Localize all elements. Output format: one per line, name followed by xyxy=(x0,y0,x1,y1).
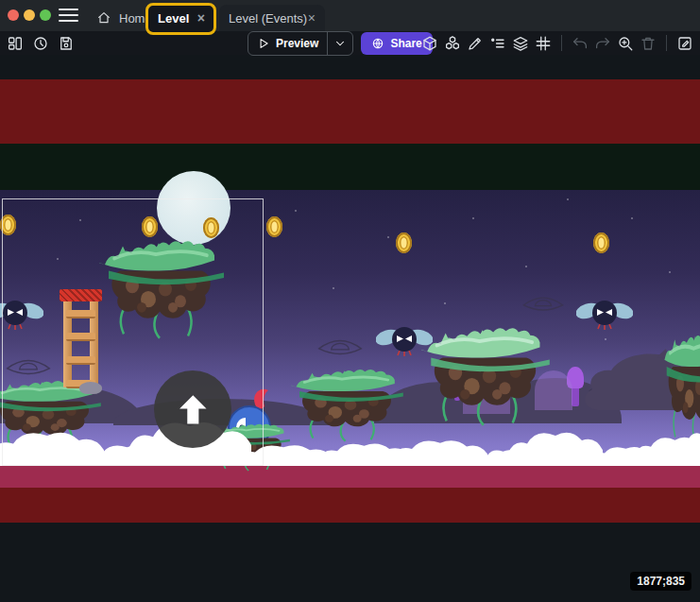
coin-part xyxy=(597,236,606,249)
star xyxy=(387,236,389,238)
eye-outline[interactable] xyxy=(2,355,55,380)
share-label: Share xyxy=(390,37,421,50)
platform-top-part xyxy=(99,240,231,342)
close-tab-icon[interactable]: × xyxy=(197,11,205,25)
jump-button[interactable] xyxy=(154,370,231,448)
coin[interactable] xyxy=(266,216,282,237)
toolbar: Preview Share xyxy=(0,31,700,55)
chevron-down-icon xyxy=(333,37,347,50)
cloud[interactable] xyxy=(236,441,331,466)
cloud-part xyxy=(236,445,331,466)
cloud[interactable] xyxy=(674,426,700,466)
eye-outline[interactable] xyxy=(314,335,367,360)
app-window: Home Level × Level (Events) × Previ xyxy=(0,0,700,602)
eye-outline-part xyxy=(8,361,50,374)
tab-level-events[interactable]: Level (Events) × xyxy=(219,5,325,31)
platform-selected-part xyxy=(421,327,557,429)
history-icon[interactable] xyxy=(32,35,49,52)
save-icon[interactable] xyxy=(58,35,75,52)
ladder-part xyxy=(66,356,95,365)
trash-icon[interactable] xyxy=(640,35,657,52)
platform-top[interactable] xyxy=(99,240,231,342)
undo-icon[interactable] xyxy=(572,35,589,52)
bat-enemy-part xyxy=(576,293,633,335)
cloud-part xyxy=(236,441,331,466)
toolbar-divider xyxy=(666,35,667,51)
eye-outline[interactable] xyxy=(517,293,570,316)
close-window-button[interactable] xyxy=(8,9,19,21)
eye-outline-part xyxy=(319,341,362,354)
coin-part xyxy=(207,221,215,234)
coin[interactable] xyxy=(142,216,158,237)
cloud-part xyxy=(674,426,700,466)
platform-selected[interactable] xyxy=(421,327,557,429)
platform-top-part xyxy=(168,302,178,313)
dark-strip xyxy=(0,144,700,190)
eye-outline-part xyxy=(523,298,562,310)
eye-outline-part xyxy=(2,355,55,380)
platform-right-edge-part xyxy=(661,334,700,367)
player-character-part xyxy=(254,389,268,409)
star xyxy=(669,271,671,273)
cursor-coordinates-badge: 1877;835 xyxy=(630,572,691,591)
play-icon xyxy=(257,37,270,50)
eye-outline-part xyxy=(535,301,551,306)
star xyxy=(295,210,297,212)
maximize-window-button[interactable] xyxy=(40,9,51,21)
star xyxy=(605,338,606,340)
ladder-part xyxy=(60,289,102,301)
minimize-window-button[interactable] xyxy=(24,9,35,21)
ladder-part xyxy=(66,333,95,341)
coin[interactable] xyxy=(593,232,609,253)
panels-icon[interactable] xyxy=(7,35,24,52)
bat-enemy[interactable] xyxy=(576,293,633,335)
coin[interactable] xyxy=(203,217,219,238)
objects-3d-icon[interactable] xyxy=(421,35,438,52)
toolbar-divider xyxy=(561,35,562,51)
preview-label: Preview xyxy=(276,37,318,50)
ladder[interactable] xyxy=(60,289,102,387)
preview-button[interactable]: Preview xyxy=(248,31,353,56)
bat-enemy[interactable] xyxy=(376,319,433,361)
close-tab-icon[interactable]: × xyxy=(308,11,316,25)
coin-part xyxy=(400,236,408,249)
coin[interactable] xyxy=(0,215,16,235)
zoom-in-icon[interactable] xyxy=(617,35,634,52)
menu-icon[interactable] xyxy=(59,9,78,23)
platform-middle-part xyxy=(291,369,410,444)
cloud-part xyxy=(674,433,700,466)
scene-notes-icon[interactable] xyxy=(676,35,693,52)
cloud[interactable] xyxy=(508,426,603,466)
star xyxy=(472,217,474,219)
scene-editor-canvas[interactable] xyxy=(0,55,700,602)
star xyxy=(631,217,633,219)
platform-middle-part xyxy=(353,415,362,422)
cloud[interactable] xyxy=(393,436,487,466)
preview-dropdown-button[interactable] xyxy=(327,32,352,55)
redo-icon[interactable] xyxy=(594,35,611,52)
bat-enemy[interactable] xyxy=(0,293,43,335)
titlebar: Home Level × Level (Events) × xyxy=(0,0,700,31)
eye-outline-part xyxy=(332,343,350,349)
tab-level[interactable]: Level × xyxy=(148,5,214,31)
grid-icon[interactable] xyxy=(535,35,552,52)
cloud-part xyxy=(508,433,603,466)
jump-button-part xyxy=(179,395,206,423)
layers-icon[interactable] xyxy=(512,35,529,52)
coin[interactable] xyxy=(396,232,412,253)
cloud-part xyxy=(393,440,487,466)
star xyxy=(333,287,334,289)
object-groups-icon[interactable] xyxy=(444,35,461,52)
edit-icon[interactable] xyxy=(467,35,484,52)
tab-level-events-label: Level (Events) xyxy=(229,11,307,26)
instances-list-icon[interactable] xyxy=(489,35,506,52)
platform-selected-part xyxy=(492,389,502,400)
cloud-part xyxy=(393,436,487,466)
rock[interactable] xyxy=(79,382,102,394)
red-zone-top xyxy=(0,79,700,144)
platform-middle[interactable] xyxy=(291,369,410,444)
star xyxy=(567,198,569,200)
tab-home-label: Home xyxy=(119,11,152,26)
moon[interactable] xyxy=(157,171,230,245)
eye-outline-part xyxy=(314,335,367,360)
